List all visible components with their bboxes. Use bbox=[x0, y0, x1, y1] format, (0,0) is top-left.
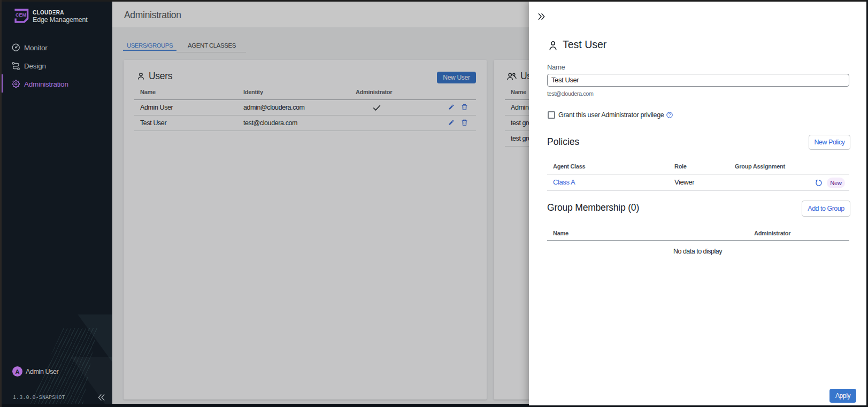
svg-text:CEM: CEM bbox=[16, 12, 26, 18]
